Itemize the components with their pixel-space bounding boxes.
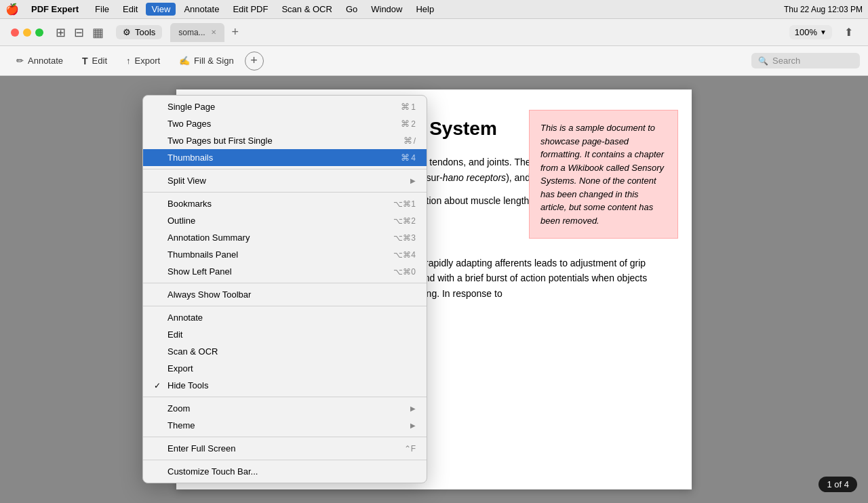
menu-item-full-screen[interactable]: Enter Full Screen ⌃F bbox=[143, 440, 427, 457]
menu-go[interactable]: Go bbox=[340, 3, 363, 16]
menu-label-outline: Outline bbox=[167, 216, 195, 226]
menu-item-hide-tools[interactable]: ✓ Hide Tools bbox=[143, 377, 427, 394]
annotate-button[interactable]: ✏ Annotate bbox=[8, 50, 71, 72]
zoom-control[interactable]: 100% ▼ bbox=[789, 25, 832, 39]
title-bar: ⊞ ⊟ ▦ ⚙ Tools soma... ✕ + 100% ▼ ⬆ bbox=[0, 19, 868, 46]
menu-check-hide-tools: ✓ bbox=[154, 381, 165, 390]
menu-shortcut-outline: ⌥⌘2 bbox=[393, 216, 416, 226]
menu-arrow-theme: ▶ bbox=[410, 422, 416, 429]
menu-label-split-view: Split View bbox=[167, 176, 206, 186]
menu-shortcut-full-screen: ⌃F bbox=[404, 444, 416, 454]
zoom-chevron: ▼ bbox=[820, 28, 827, 36]
add-toolbar-button[interactable]: + bbox=[245, 52, 264, 71]
tab-name: soma... bbox=[178, 28, 205, 37]
pdf-content: y of the Somatosensory System This is a … bbox=[0, 76, 868, 503]
fill-sign-label: Fill & Sign bbox=[194, 56, 234, 66]
menu-label-two-pages: Two Pages bbox=[167, 119, 211, 129]
menu-item-split-view[interactable]: Split View ▶ bbox=[143, 172, 427, 189]
menu-label-thumbnails: Thumbnails bbox=[167, 153, 213, 163]
search-placeholder: Search bbox=[772, 56, 800, 66]
tools-label: Tools bbox=[135, 27, 155, 37]
pdf-annotation-note: This is a sample document to showcase pa… bbox=[529, 110, 678, 239]
search-box[interactable]: 🔍 Search bbox=[751, 53, 860, 68]
menu-bar-right: Thu 22 Aug 12:03 PM bbox=[784, 5, 863, 14]
menu-item-thumbnails-panel[interactable]: Thumbnails Panel ⌥⌘4 bbox=[143, 246, 427, 263]
menu-item-outline[interactable]: Outline ⌥⌘2 bbox=[143, 212, 427, 229]
tab-close-button[interactable]: ✕ bbox=[211, 28, 216, 36]
menu-shortcut-bookmarks: ⌥⌘1 bbox=[393, 199, 416, 209]
menu-shortcut-single-page: ⌘1 bbox=[401, 102, 416, 112]
title-bar-left: ⊞ ⊟ ▦ ⚙ Tools bbox=[11, 25, 162, 40]
menu-label-scan-ocr: Scan & OCR bbox=[167, 346, 218, 357]
tab-bar: soma... ✕ + bbox=[170, 23, 781, 42]
menu-shortcut-two-pages-first: ⌘/ bbox=[403, 136, 416, 146]
menu-item-scan-ocr[interactable]: Scan & OCR bbox=[143, 343, 427, 360]
menu-bar: 🍎 PDF Expert File Edit View Annotate Edi… bbox=[0, 0, 868, 19]
menu-annotate[interactable]: Annotate bbox=[178, 3, 224, 16]
menu-label-annotation-summary: Annotation Summary bbox=[167, 233, 250, 243]
close-button[interactable] bbox=[11, 28, 19, 37]
tab-document[interactable]: soma... ✕ bbox=[170, 23, 224, 42]
menu-item-thumbnails[interactable]: Thumbnails ⌘4 bbox=[143, 149, 427, 166]
share-icon[interactable]: ⬆ bbox=[844, 26, 853, 39]
menu-shortcut-show-left-panel: ⌥⌘0 bbox=[393, 267, 416, 277]
menu-scan-ocr[interactable]: Scan & OCR bbox=[276, 3, 337, 16]
app-window: ⊞ ⊟ ▦ ⚙ Tools soma... ✕ + 100% ▼ ⬆ ✏ bbox=[0, 19, 868, 503]
page-counter: 1 of 4 bbox=[818, 477, 857, 492]
menu-edit[interactable]: Edit bbox=[117, 3, 143, 16]
menu-label-single-page: Single Page bbox=[167, 102, 215, 112]
menu-help[interactable]: Help bbox=[410, 3, 439, 16]
annotate-icon: ✏ bbox=[16, 56, 24, 66]
tools-button[interactable]: ⚙ Tools bbox=[116, 25, 162, 39]
export-icon: ↑ bbox=[126, 56, 131, 66]
fill-sign-button[interactable]: ✍ Fill & Sign bbox=[171, 50, 242, 72]
new-tab-button[interactable]: + bbox=[227, 24, 243, 41]
menu-item-zoom[interactable]: Zoom ▶ bbox=[143, 400, 427, 417]
edit-icon: T bbox=[82, 56, 88, 66]
export-button[interactable]: ↑ Export bbox=[118, 50, 168, 72]
menu-item-annotation-summary[interactable]: Annotation Summary ⌥⌘3 bbox=[143, 229, 427, 246]
menu-item-single-page[interactable]: Single Page ⌘1 bbox=[143, 98, 427, 115]
menu-item-customize-touch-bar[interactable]: Customize Touch Bar... bbox=[143, 463, 427, 480]
maximize-button[interactable] bbox=[35, 28, 43, 37]
secondary-toolbar: ✏ Annotate T Edit ↑ Export ✍ Fill & Sign… bbox=[0, 46, 868, 76]
menu-shortcut-thumbnails: ⌘4 bbox=[401, 153, 416, 163]
apple-menu[interactable]: 🍎 bbox=[5, 3, 19, 16]
menu-item-show-left-panel[interactable]: Show Left Panel ⌥⌘0 bbox=[143, 263, 427, 280]
menu-shortcut-two-pages: ⌘2 bbox=[401, 119, 416, 129]
menu-separator-3 bbox=[143, 283, 427, 283]
minimize-button[interactable] bbox=[23, 28, 31, 37]
tools-icon: ⚙ bbox=[123, 27, 131, 37]
view-dropdown-menu: Single Page ⌘1 Two Pages ⌘2 Two Pages bu… bbox=[142, 95, 427, 483]
menu-label-two-pages-first: Two Pages but First Single bbox=[167, 136, 273, 146]
app-name[interactable]: PDF Expert bbox=[26, 3, 84, 16]
menu-separator-5 bbox=[143, 397, 427, 397]
menu-item-two-pages-first[interactable]: Two Pages but First Single ⌘/ bbox=[143, 132, 427, 149]
main-area: y of the Somatosensory System This is a … bbox=[0, 76, 868, 503]
menu-item-annotate[interactable]: Annotate bbox=[143, 309, 427, 326]
zoom-level: 100% bbox=[795, 27, 817, 37]
menu-arrow-split-view: ▶ bbox=[410, 177, 416, 184]
menu-view[interactable]: View bbox=[146, 3, 176, 16]
search-icon: 🔍 bbox=[758, 56, 768, 66]
menu-item-export[interactable]: Export bbox=[143, 360, 427, 377]
export-label: Export bbox=[135, 56, 161, 66]
single-page-icon[interactable]: ▦ bbox=[92, 25, 104, 40]
sidebar-icon[interactable]: ⊞ bbox=[56, 25, 66, 40]
dual-page-icon[interactable]: ⊟ bbox=[74, 25, 84, 40]
menu-item-bookmarks[interactable]: Bookmarks ⌥⌘1 bbox=[143, 195, 427, 212]
menu-label-customize-touch-bar: Customize Touch Bar... bbox=[167, 466, 258, 477]
menu-window[interactable]: Window bbox=[366, 3, 408, 16]
menu-item-two-pages[interactable]: Two Pages ⌘2 bbox=[143, 115, 427, 132]
menu-separator-1 bbox=[143, 169, 427, 169]
menu-item-edit[interactable]: Edit bbox=[143, 326, 427, 343]
menu-label-full-screen: Enter Full Screen bbox=[167, 443, 235, 454]
edit-button[interactable]: T Edit bbox=[74, 50, 115, 72]
menu-label-show-left-panel: Show Left Panel bbox=[167, 266, 232, 277]
menu-separator-4 bbox=[143, 306, 427, 306]
menu-edit-pdf[interactable]: Edit PDF bbox=[227, 3, 273, 16]
menu-item-theme[interactable]: Theme ▶ bbox=[143, 417, 427, 434]
menu-item-always-show-toolbar[interactable]: Always Show Toolbar bbox=[143, 286, 427, 303]
menu-file[interactable]: File bbox=[90, 3, 115, 16]
panel-toggle-buttons: ⊞ ⊟ ▦ bbox=[56, 25, 104, 40]
